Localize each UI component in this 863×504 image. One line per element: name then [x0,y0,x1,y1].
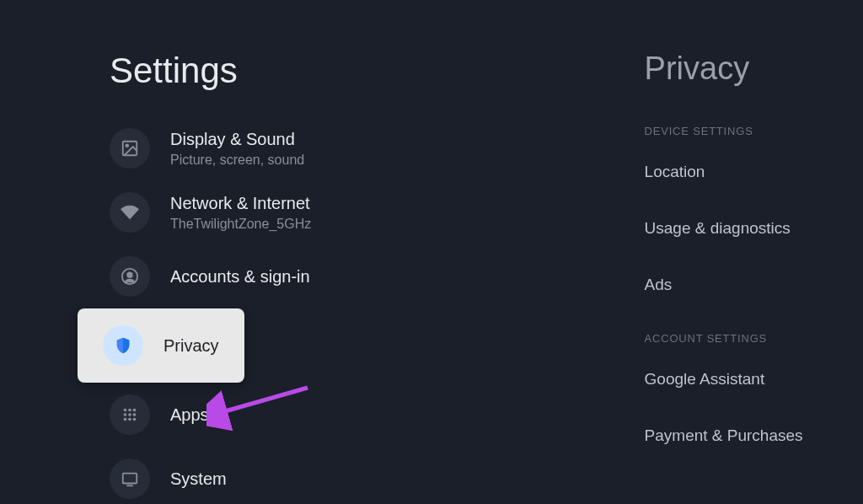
shield-icon [103,325,143,366]
privacy-item-usage[interactable]: Usage & diagnostics [645,219,829,238]
menu-sublabel: Picture, screen, sound [170,153,304,168]
menu-label: Apps [170,405,209,425]
privacy-item-assistant[interactable]: Google Assistant [645,370,829,389]
svg-point-7 [124,413,127,416]
svg-point-5 [128,409,131,412]
svg-point-8 [128,413,131,416]
menu-label: System [170,469,227,489]
section-header-account: ACCOUNT SETTINGS [645,332,829,345]
privacy-panel: Privacy DEVICE SETTINGS Location Usage &… [645,0,863,504]
menu-sublabel: TheTwilightZone_5GHz [170,217,311,232]
tv-icon [110,458,150,499]
settings-panel: Settings Display & Sound Picture, screen… [0,0,645,504]
menu-item-display-sound[interactable]: Display & Sound Picture, screen, sound [0,116,645,180]
privacy-item-payment[interactable]: Payment & Purchases [645,426,829,445]
wifi-icon [110,192,150,233]
svg-point-4 [124,409,127,412]
menu-label: Network & Internet [170,194,311,213]
menu-item-accounts[interactable]: Accounts & sign-in [0,244,645,308]
menu-item-privacy[interactable]: Privacy [78,308,244,383]
svg-point-10 [124,418,127,421]
menu-item-network[interactable]: Network & Internet TheTwilightZone_5GHz [0,180,645,244]
menu-label: Privacy [163,336,219,356]
privacy-item-ads[interactable]: Ads [645,276,829,294]
menu-label: Display & Sound [170,130,304,149]
account-icon [110,256,150,297]
svg-rect-13 [123,474,137,484]
privacy-title: Privacy [645,51,829,87]
svg-point-12 [133,418,137,421]
svg-point-6 [133,409,137,412]
menu-label: Accounts & sign-in [170,267,310,287]
menu-item-apps[interactable]: Apps [0,383,645,447]
svg-point-1 [126,144,128,147]
svg-point-9 [133,413,137,416]
menu-item-system[interactable]: System [0,447,645,504]
settings-title: Settings [110,51,645,91]
section-header-device: DEVICE SETTINGS [645,125,829,137]
svg-point-11 [128,418,131,421]
apps-icon [110,394,150,435]
svg-point-3 [127,272,132,277]
privacy-item-location[interactable]: Location [645,163,829,181]
image-icon [110,128,150,169]
